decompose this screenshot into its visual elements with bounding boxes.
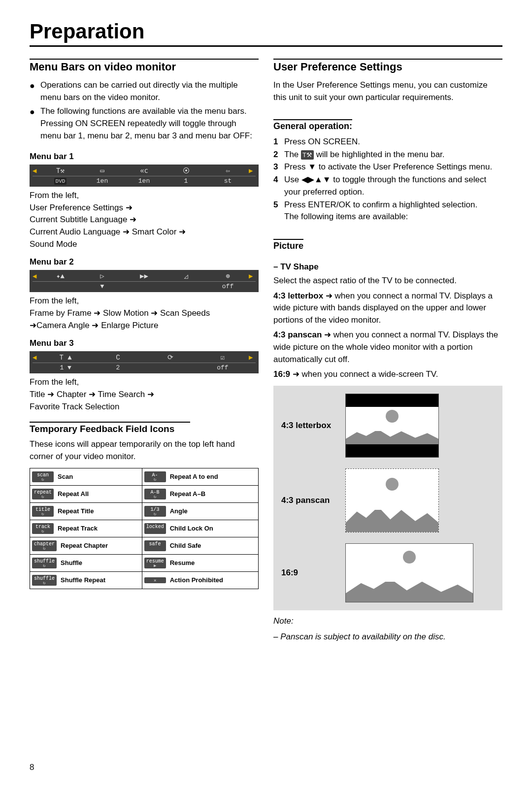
tv-shape-intro: Select the aspect ratio of the TV to be … (273, 275, 502, 287)
feedback-scan-icon: scan (32, 471, 54, 482)
tv-shape-illustration-panel: 4:3 letterbox 4:3 panscan (273, 386, 502, 610)
general-operation-steps: 1Press ON SCREEN. 2The T⚒ will be highli… (273, 135, 502, 211)
menu-bars-bullets: ●Operations can be carried out directly … (30, 79, 259, 142)
bullet-icon: ● (30, 79, 40, 103)
feedback-icons-table: scanScanA-Repeat A to endrepeatRepeat Al… (30, 468, 259, 589)
feedback-icon-label: Repeat A–B (170, 490, 205, 498)
tv-opt-panscan: 4:3 panscan ➜ when you connect a normal … (273, 329, 502, 365)
menu2-line: Frame by Frame ➜ Slow Motion ➜ Scan Spee… (30, 307, 259, 320)
step-text: Press ENTER/OK to confirm a highlighted … (284, 199, 502, 211)
step-number: 3 (273, 161, 284, 173)
osd-audio-icon: «ᴄ (123, 166, 165, 175)
step-text: Press ▼ to activate the User Preference … (284, 161, 502, 173)
menu1-line: User Preference Settings ➜ (30, 202, 259, 214)
osd-value: 2 (92, 364, 144, 371)
osd-chapter-icon: C (92, 354, 144, 362)
tv-illus-label-169: 16:9 (281, 568, 335, 578)
section-heading-user-pref: User Preference Settings (273, 59, 502, 73)
tv-opt-169: 16:9 ➜ when you connect a wide-screen TV… (273, 368, 502, 381)
feedback-icon-label: Child Lock On (170, 525, 213, 532)
right-column: User Preference Settings In the User Pre… (273, 59, 502, 642)
two-column-layout: Menu Bars on video monitor ●Operations c… (30, 59, 502, 642)
general-operation-tail: The following items are available: (284, 211, 502, 223)
osd-angle-icon: ◿ (165, 272, 207, 280)
tv-opt-letterbox: 4:3 letterbox ➜ when you connect a norma… (273, 290, 502, 327)
feedback-resume-icon: resume (144, 558, 166, 568)
osd-zoom-icon: ⊕ (207, 272, 249, 280)
menu-bar-3-label: Menu bar 3 (30, 338, 259, 348)
osd-menu-bar-3: ◀ T ▲ C ⟳ ☑ ▶ 1 ▼ 2 off (30, 351, 259, 373)
menu-bar-2-label: Menu bar 2 (30, 257, 259, 267)
osd-slowmotion-icon: ▷ (81, 272, 123, 280)
menu-bar-1-label: Menu bar 1 (30, 152, 259, 162)
feedback-A--icon: A- (144, 471, 166, 482)
tv-illus-panscan (345, 468, 439, 532)
osd-arrow-right-icon: ▶ (249, 166, 256, 175)
osd-sound-icon: ⇦ (207, 166, 249, 175)
feedback-icon-label: Child Safe (170, 542, 201, 549)
osd-pref-icon: T⚒ (39, 166, 81, 175)
section-heading-menu-bars: Menu Bars on video monitor (30, 59, 259, 73)
feedback-chapter-icon: chapter (32, 540, 57, 551)
feedback-icon-label: Shuffle Repeat (61, 576, 105, 584)
bullet-icon: ● (30, 105, 40, 142)
osd-menu-bar-2: ◀ ✦▲ ▷ ▶▶ ◿ ⊕ ▶ ▼ off (30, 270, 259, 292)
osd-dvd-badge: DVD (54, 178, 67, 185)
osd-smartcolor-icon: ⦿ (165, 167, 207, 175)
menu2-line: ➜Camera Angle ➜ Enlarge Picture (30, 320, 259, 332)
section-heading-feedback-icons: Temporary Feedback Field Icons (30, 424, 259, 434)
left-column: Menu Bars on video monitor ●Operations c… (30, 59, 259, 642)
menu1-line: Sound Mode (30, 238, 259, 251)
osd-value: off (197, 364, 249, 371)
menu3-from: From the left, (30, 376, 259, 389)
osd-arrow-right-icon: ▶ (249, 353, 256, 362)
feedback-icon-label: Repeat Title (58, 507, 94, 515)
osd-value: st (207, 177, 249, 185)
menu1-line: Current Audio Language ➜ Smart Color ➜ (30, 226, 259, 238)
menu2-from: From the left, (30, 295, 259, 307)
user-pref-intro: In the User Preference Settings menu, yo… (273, 79, 502, 103)
feedback-title-icon: title (32, 506, 54, 517)
page-title: Preparation (30, 20, 502, 47)
menu1-from: From the left, (30, 190, 259, 202)
osd-arrow-left-icon: ◀ (33, 272, 39, 280)
feedback-icon-label: Resume (170, 559, 195, 566)
osd-frame-icon: ✦▲ (39, 272, 81, 280)
osd-value: off (207, 283, 249, 290)
osd-timesearch-icon: ⟳ (144, 353, 197, 362)
pref-inline-icon: T⚒ (301, 150, 314, 160)
feedback-1/3-icon: 1/3 (144, 506, 166, 517)
osd-arrow-left-icon: ◀ (33, 353, 39, 362)
feedback-repeat-icon: repeat (32, 489, 54, 499)
picture-heading: Picture (273, 239, 303, 251)
feedback-icon-label: Repeat A to end (170, 473, 218, 480)
osd-menu-bar-1: ◀ T⚒ ▭ «ᴄ ⦿ ⇦ ▶ DVD 1en 1en 1 st (30, 165, 259, 187)
tv-illus-letterbox (345, 394, 439, 458)
step-text: The T⚒ will be highlighted in the menu b… (284, 148, 502, 161)
step-number: 4 (273, 173, 284, 199)
osd-value: 1en (81, 177, 123, 185)
menu3-line: Title ➜ Chapter ➜ Time Search ➜ (30, 389, 259, 401)
feedback-icon-label: Scan (58, 473, 73, 480)
feedback-icon-label: Angle (170, 507, 188, 515)
step-number: 1 (273, 135, 284, 148)
note-body: – Panscan is subject to availability on … (273, 632, 502, 642)
osd-value: 1 (165, 177, 207, 185)
osd-arrow-right-icon: ▶ (249, 272, 256, 280)
step-text: Press ON SCREEN. (284, 135, 502, 148)
feedback-safe-icon: safe (144, 540, 166, 551)
osd-title-icon: T ▲ (39, 354, 92, 362)
feedback-icons-intro: These icons will appear temporarily on t… (30, 438, 259, 463)
feedback-prohibited-icon (144, 577, 166, 583)
feedback-shuffle-icon: shuffle (32, 558, 57, 568)
tv-illus-label-letterbox: 4:3 letterbox (281, 421, 335, 431)
osd-subtitle-icon: ▭ (81, 166, 123, 175)
menu1-line: Current Subtitle Language ➜ (30, 214, 259, 226)
feedback-icon-label: Action Prohibited (170, 576, 223, 584)
tv-shape-label: – TV Shape (273, 262, 502, 272)
feedback-A-B-icon: A-B (144, 489, 166, 499)
osd-scanspeed-icon: ▶▶ (123, 272, 165, 280)
page-number: 8 (30, 763, 34, 772)
osd-value: 1en (123, 177, 165, 185)
feedback-locked-icon: locked (144, 523, 166, 534)
